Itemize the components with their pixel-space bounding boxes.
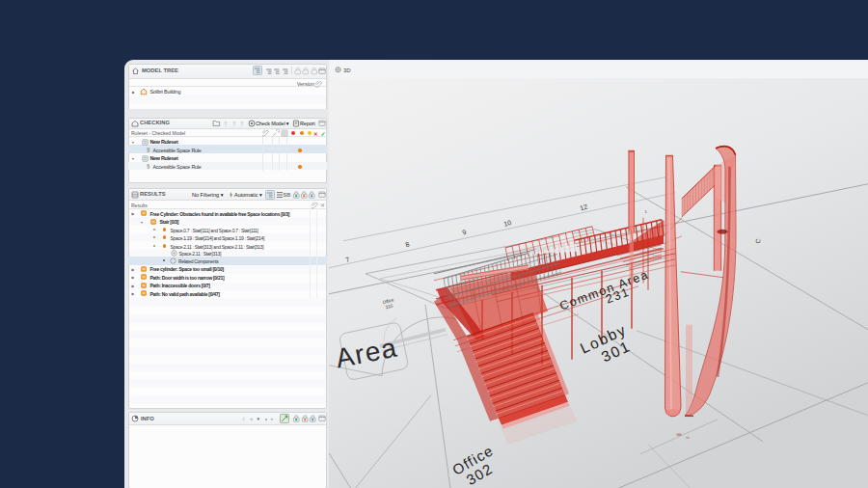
- svg-text:3D: 3D: [343, 67, 351, 72]
